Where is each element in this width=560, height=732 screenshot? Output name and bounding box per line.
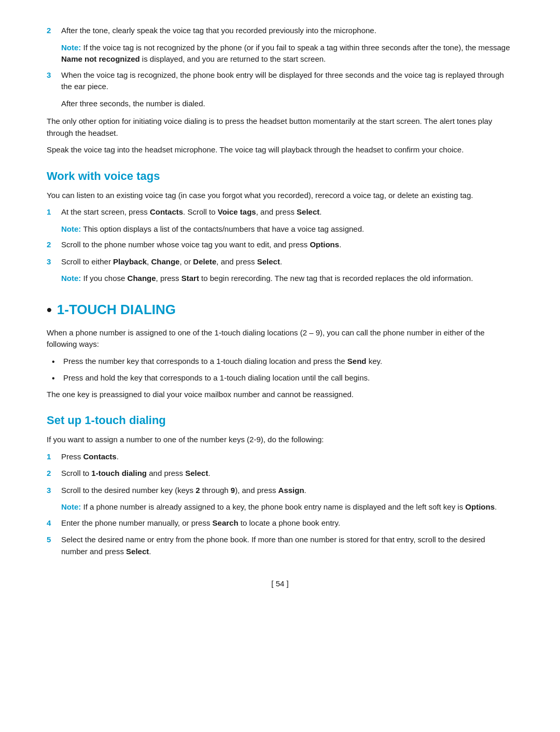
set-up-heading: Set up 1-touch dialing bbox=[47, 412, 513, 429]
wvt-step2: 2 Scroll to the phone number whose voice… bbox=[47, 239, 513, 251]
setup-step2: 2 Scroll to 1-touch dialing and press Se… bbox=[47, 468, 513, 480]
setup-step5: 5 Select the desired name or entry from … bbox=[47, 534, 513, 557]
wvt-step2-text: Scroll to the phone number whose voice t… bbox=[61, 239, 513, 251]
setup-step4-text: Enter the phone number manually, or pres… bbox=[61, 517, 513, 529]
wvt-note3-label: Note: bbox=[61, 274, 81, 283]
wvt-note3: Note: If you chose Change, press Start t… bbox=[61, 273, 513, 285]
note-text-1a: If the voice tag is not recognized by th… bbox=[81, 43, 510, 52]
setup-step1-text: Press Contacts. bbox=[61, 451, 513, 463]
wvt-step-num-1: 1 bbox=[47, 206, 61, 218]
after-three-text: After three seconds, the number is diale… bbox=[61, 99, 205, 108]
work-with-voice-tags-heading: Work with voice tags bbox=[47, 167, 513, 185]
page-number: [ 54 ] bbox=[47, 578, 513, 590]
setup-num-2: 2 bbox=[47, 468, 61, 480]
after-three: After three seconds, the number is diale… bbox=[61, 98, 513, 110]
step-num-2a: 2 bbox=[47, 25, 61, 37]
bullet2-text: Press and hold the key that corresponds … bbox=[63, 372, 513, 384]
setup-note4-label: Note: bbox=[61, 502, 81, 511]
note-text-1b: is displayed, and you are returned to th… bbox=[140, 54, 326, 63]
setup-step4: 4 Enter the phone number manually, or pr… bbox=[47, 517, 513, 529]
note-block-1: Note: If the voice tag is not recognized… bbox=[61, 42, 513, 65]
intro-para2: Speak the voice tag into the headset mic… bbox=[47, 144, 513, 156]
setup-step3: 3 Scroll to the desired number key (keys… bbox=[47, 485, 513, 497]
wvt-note2: Note: This option displays a list of the… bbox=[61, 223, 513, 235]
setup-step3-text: Scroll to the desired number key (keys 2… bbox=[61, 485, 513, 497]
set-up-description: If you want to assign a number to one of… bbox=[47, 434, 513, 446]
intro-step3: 3 When the voice tag is recognized, the … bbox=[47, 69, 513, 93]
note-label-1: Note: bbox=[61, 43, 81, 52]
setup-num-1: 1 bbox=[47, 451, 61, 463]
setup-note4: Note: If a phone number is already assig… bbox=[61, 501, 513, 513]
wvt-step3: 3 Scroll to either Playback, Change, or … bbox=[47, 256, 513, 268]
one-touch-heading: 1-TOUCH DIALING bbox=[57, 300, 176, 320]
intro-para1: The only other option for initiating voi… bbox=[47, 116, 513, 139]
setup-step5-text: Select the desired name or entry from th… bbox=[61, 534, 513, 557]
wvt-step-num-3: 3 bbox=[47, 256, 61, 268]
wvt-step1: 1 At the start screen, press Contacts. S… bbox=[47, 206, 513, 218]
bullet1-text: Press the number key that corresponds to… bbox=[63, 356, 513, 368]
wvt-note2-label: Note: bbox=[61, 224, 81, 233]
step-text-3a: When the voice tag is recognized, the ph… bbox=[61, 69, 513, 93]
setup-num-5: 5 bbox=[47, 534, 61, 546]
wvt-step3-text: Scroll to either Playback, Change, or De… bbox=[61, 256, 513, 268]
one-touch-bullet1: • Press the number key that corresponds … bbox=[52, 356, 513, 368]
step-num-3a: 3 bbox=[47, 69, 61, 81]
wvt-step-num-2: 2 bbox=[47, 239, 61, 251]
note-bold-1: Name not recognized bbox=[61, 54, 140, 63]
one-touch-heading-container: • 1-TOUCH DIALING bbox=[47, 299, 513, 321]
setup-step1: 1 Press Contacts. bbox=[47, 451, 513, 463]
wvt-note2-text: This option displays a list of the conta… bbox=[81, 224, 364, 233]
setup-num-4: 4 bbox=[47, 517, 61, 529]
work-description: You can listen to an existing voice tag … bbox=[47, 190, 513, 202]
one-touch-note-para: The one key is preassigned to dial your … bbox=[47, 389, 513, 401]
wvt-step1-text: At the start screen, press Contacts. Scr… bbox=[61, 206, 513, 218]
setup-step2-text: Scroll to 1-touch dialing and press Sele… bbox=[61, 468, 513, 480]
bullet-icon-1: • bbox=[52, 356, 63, 368]
bullet-icon-2: • bbox=[52, 372, 63, 385]
one-touch-bullet2: • Press and hold the key that correspond… bbox=[52, 372, 513, 385]
intro-step2: 2 After the tone, clearly speak the voic… bbox=[47, 25, 513, 37]
page-content: 2 After the tone, clearly speak the voic… bbox=[47, 25, 513, 590]
one-touch-description: When a phone number is assigned to one o… bbox=[47, 327, 513, 350]
setup-num-3: 3 bbox=[47, 485, 61, 497]
step-text-2a: After the tone, clearly speak the voice … bbox=[61, 25, 513, 37]
bullet-dot-icon: • bbox=[47, 299, 52, 321]
